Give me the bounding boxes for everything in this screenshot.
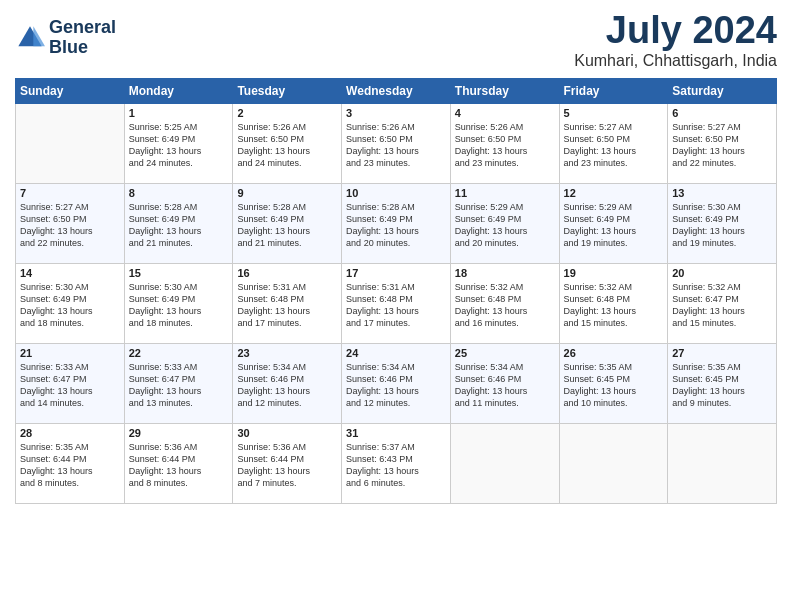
day-number: 20 xyxy=(672,267,772,279)
col-header-sunday: Sunday xyxy=(16,78,125,103)
calendar-cell: 8Sunrise: 5:28 AM Sunset: 6:49 PM Daylig… xyxy=(124,183,233,263)
day-number: 18 xyxy=(455,267,555,279)
day-number: 27 xyxy=(672,347,772,359)
calendar-cell xyxy=(559,423,668,503)
calendar-cell: 14Sunrise: 5:30 AM Sunset: 6:49 PM Dayli… xyxy=(16,263,125,343)
col-header-monday: Monday xyxy=(124,78,233,103)
day-details: Sunrise: 5:28 AM Sunset: 6:49 PM Dayligh… xyxy=(346,201,446,250)
col-header-tuesday: Tuesday xyxy=(233,78,342,103)
calendar-cell: 17Sunrise: 5:31 AM Sunset: 6:48 PM Dayli… xyxy=(342,263,451,343)
day-number: 28 xyxy=(20,427,120,439)
day-number: 25 xyxy=(455,347,555,359)
day-details: Sunrise: 5:32 AM Sunset: 6:47 PM Dayligh… xyxy=(672,281,772,330)
day-details: Sunrise: 5:27 AM Sunset: 6:50 PM Dayligh… xyxy=(20,201,120,250)
day-number: 12 xyxy=(564,187,664,199)
day-details: Sunrise: 5:36 AM Sunset: 6:44 PM Dayligh… xyxy=(129,441,229,490)
calendar-cell xyxy=(668,423,777,503)
day-number: 16 xyxy=(237,267,337,279)
day-number: 19 xyxy=(564,267,664,279)
day-number: 1 xyxy=(129,107,229,119)
day-details: Sunrise: 5:33 AM Sunset: 6:47 PM Dayligh… xyxy=(20,361,120,410)
col-header-friday: Friday xyxy=(559,78,668,103)
day-number: 5 xyxy=(564,107,664,119)
logo: General Blue xyxy=(15,18,116,58)
day-number: 22 xyxy=(129,347,229,359)
day-details: Sunrise: 5:32 AM Sunset: 6:48 PM Dayligh… xyxy=(455,281,555,330)
calendar-cell: 4Sunrise: 5:26 AM Sunset: 6:50 PM Daylig… xyxy=(450,103,559,183)
calendar-cell: 10Sunrise: 5:28 AM Sunset: 6:49 PM Dayli… xyxy=(342,183,451,263)
day-details: Sunrise: 5:34 AM Sunset: 6:46 PM Dayligh… xyxy=(455,361,555,410)
calendar-cell: 31Sunrise: 5:37 AM Sunset: 6:43 PM Dayli… xyxy=(342,423,451,503)
col-header-wednesday: Wednesday xyxy=(342,78,451,103)
day-details: Sunrise: 5:26 AM Sunset: 6:50 PM Dayligh… xyxy=(455,121,555,170)
day-details: Sunrise: 5:35 AM Sunset: 6:44 PM Dayligh… xyxy=(20,441,120,490)
calendar-cell: 16Sunrise: 5:31 AM Sunset: 6:48 PM Dayli… xyxy=(233,263,342,343)
calendar-cell: 12Sunrise: 5:29 AM Sunset: 6:49 PM Dayli… xyxy=(559,183,668,263)
month-title: July 2024 xyxy=(574,10,777,52)
calendar-cell: 25Sunrise: 5:34 AM Sunset: 6:46 PM Dayli… xyxy=(450,343,559,423)
day-number: 30 xyxy=(237,427,337,439)
calendar-cell: 7Sunrise: 5:27 AM Sunset: 6:50 PM Daylig… xyxy=(16,183,125,263)
day-number: 3 xyxy=(346,107,446,119)
day-details: Sunrise: 5:27 AM Sunset: 6:50 PM Dayligh… xyxy=(672,121,772,170)
col-header-thursday: Thursday xyxy=(450,78,559,103)
day-number: 13 xyxy=(672,187,772,199)
day-details: Sunrise: 5:37 AM Sunset: 6:43 PM Dayligh… xyxy=(346,441,446,490)
logo-icon xyxy=(15,23,45,53)
calendar-body: 1Sunrise: 5:25 AM Sunset: 6:49 PM Daylig… xyxy=(16,103,777,503)
calendar-cell: 21Sunrise: 5:33 AM Sunset: 6:47 PM Dayli… xyxy=(16,343,125,423)
day-details: Sunrise: 5:35 AM Sunset: 6:45 PM Dayligh… xyxy=(672,361,772,410)
day-number: 17 xyxy=(346,267,446,279)
calendar-cell: 19Sunrise: 5:32 AM Sunset: 6:48 PM Dayli… xyxy=(559,263,668,343)
day-details: Sunrise: 5:28 AM Sunset: 6:49 PM Dayligh… xyxy=(237,201,337,250)
day-details: Sunrise: 5:27 AM Sunset: 6:50 PM Dayligh… xyxy=(564,121,664,170)
calendar-week-row: 7Sunrise: 5:27 AM Sunset: 6:50 PM Daylig… xyxy=(16,183,777,263)
day-details: Sunrise: 5:34 AM Sunset: 6:46 PM Dayligh… xyxy=(237,361,337,410)
calendar-cell: 20Sunrise: 5:32 AM Sunset: 6:47 PM Dayli… xyxy=(668,263,777,343)
page-header: General Blue July 2024 Kumhari, Chhattis… xyxy=(15,10,777,70)
calendar-cell: 22Sunrise: 5:33 AM Sunset: 6:47 PM Dayli… xyxy=(124,343,233,423)
day-details: Sunrise: 5:36 AM Sunset: 6:44 PM Dayligh… xyxy=(237,441,337,490)
day-number: 7 xyxy=(20,187,120,199)
day-number: 21 xyxy=(20,347,120,359)
day-details: Sunrise: 5:30 AM Sunset: 6:49 PM Dayligh… xyxy=(20,281,120,330)
calendar-cell: 28Sunrise: 5:35 AM Sunset: 6:44 PM Dayli… xyxy=(16,423,125,503)
day-number: 31 xyxy=(346,427,446,439)
calendar-cell: 23Sunrise: 5:34 AM Sunset: 6:46 PM Dayli… xyxy=(233,343,342,423)
day-number: 4 xyxy=(455,107,555,119)
calendar-cell: 29Sunrise: 5:36 AM Sunset: 6:44 PM Dayli… xyxy=(124,423,233,503)
title-area: July 2024 Kumhari, Chhattisgarh, India xyxy=(574,10,777,70)
calendar-cell: 2Sunrise: 5:26 AM Sunset: 6:50 PM Daylig… xyxy=(233,103,342,183)
day-number: 8 xyxy=(129,187,229,199)
calendar-week-row: 28Sunrise: 5:35 AM Sunset: 6:44 PM Dayli… xyxy=(16,423,777,503)
calendar-cell: 3Sunrise: 5:26 AM Sunset: 6:50 PM Daylig… xyxy=(342,103,451,183)
day-number: 2 xyxy=(237,107,337,119)
day-details: Sunrise: 5:28 AM Sunset: 6:49 PM Dayligh… xyxy=(129,201,229,250)
day-details: Sunrise: 5:33 AM Sunset: 6:47 PM Dayligh… xyxy=(129,361,229,410)
calendar-week-row: 21Sunrise: 5:33 AM Sunset: 6:47 PM Dayli… xyxy=(16,343,777,423)
day-details: Sunrise: 5:31 AM Sunset: 6:48 PM Dayligh… xyxy=(346,281,446,330)
calendar-cell: 1Sunrise: 5:25 AM Sunset: 6:49 PM Daylig… xyxy=(124,103,233,183)
day-number: 29 xyxy=(129,427,229,439)
logo-text: General Blue xyxy=(49,18,116,58)
day-number: 10 xyxy=(346,187,446,199)
day-number: 9 xyxy=(237,187,337,199)
day-number: 14 xyxy=(20,267,120,279)
day-details: Sunrise: 5:25 AM Sunset: 6:49 PM Dayligh… xyxy=(129,121,229,170)
day-details: Sunrise: 5:30 AM Sunset: 6:49 PM Dayligh… xyxy=(672,201,772,250)
day-details: Sunrise: 5:29 AM Sunset: 6:49 PM Dayligh… xyxy=(564,201,664,250)
day-details: Sunrise: 5:32 AM Sunset: 6:48 PM Dayligh… xyxy=(564,281,664,330)
day-details: Sunrise: 5:26 AM Sunset: 6:50 PM Dayligh… xyxy=(346,121,446,170)
day-details: Sunrise: 5:31 AM Sunset: 6:48 PM Dayligh… xyxy=(237,281,337,330)
day-details: Sunrise: 5:34 AM Sunset: 6:46 PM Dayligh… xyxy=(346,361,446,410)
calendar-cell: 26Sunrise: 5:35 AM Sunset: 6:45 PM Dayli… xyxy=(559,343,668,423)
calendar-cell: 30Sunrise: 5:36 AM Sunset: 6:44 PM Dayli… xyxy=(233,423,342,503)
calendar-cell xyxy=(16,103,125,183)
svg-marker-1 xyxy=(33,26,45,46)
calendar-week-row: 1Sunrise: 5:25 AM Sunset: 6:49 PM Daylig… xyxy=(16,103,777,183)
calendar-cell: 18Sunrise: 5:32 AM Sunset: 6:48 PM Dayli… xyxy=(450,263,559,343)
calendar-cell: 5Sunrise: 5:27 AM Sunset: 6:50 PM Daylig… xyxy=(559,103,668,183)
day-number: 23 xyxy=(237,347,337,359)
day-details: Sunrise: 5:35 AM Sunset: 6:45 PM Dayligh… xyxy=(564,361,664,410)
day-number: 11 xyxy=(455,187,555,199)
